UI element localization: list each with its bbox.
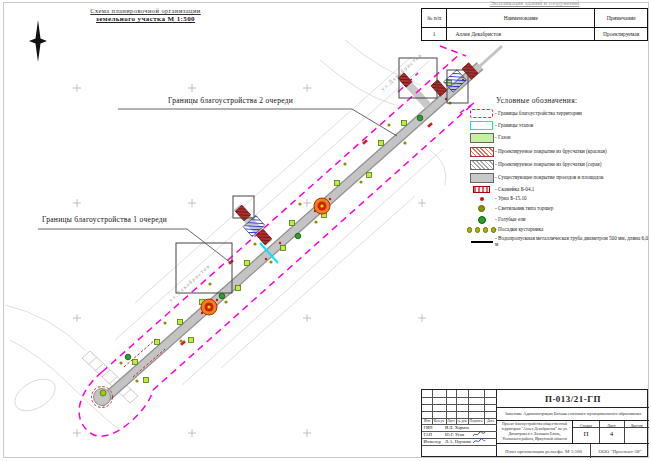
title-block-staff-section: Изм Кол.уч Лист № док Подпись Дата ГИП И…: [422, 390, 497, 456]
legend-item: - Границы этапов: [468, 121, 650, 130]
company-cell: ООО "Проспект-38": [591, 444, 649, 458]
legend-item: - Светильник типа торшер: [468, 205, 650, 212]
lamp-swatch-icon: [468, 205, 495, 212]
legend-title: Условные обозначения:: [496, 96, 650, 105]
paving-patches: [235, 63, 478, 245]
title-block-main-section: П-013/21-ГП Заказчик: Администрация Боль…: [497, 390, 649, 456]
row-name: Аллея Декабристов: [447, 28, 595, 41]
alley-road: [94, 46, 503, 406]
row-note: Проектируемая: [595, 28, 648, 41]
legend-item: - Водопропускная металлическая труба диа…: [468, 236, 650, 248]
staff-row: Инженер Л.А. Наумова: [422, 438, 497, 445]
stage2-boundary-label: Границы благоустройства 2 очереди: [168, 96, 293, 105]
document-number: П-013/21-ГП: [497, 390, 649, 408]
benches: [180, 122, 433, 346]
stage-sheet-cells: Стадия Лист Листов П 4: [573, 421, 649, 443]
red-paving-swatch-icon: [468, 147, 495, 157]
north-arrow-icon: [29, 20, 47, 62]
drawing-sheet: ул.Декабристов ул.Декабристов Схема план…: [0, 0, 651, 461]
legend-item: - Урна Б-15.10: [468, 196, 650, 202]
legend-item: - Посадки кустарника: [468, 227, 650, 233]
col-num: № п/п: [422, 9, 447, 28]
legend-item: - Существующее покрытие проездов и площа…: [468, 173, 650, 183]
drawing-name-cell: План организации рельефа. М 1:500: [497, 444, 591, 458]
boundary-swatch-icon: [468, 109, 495, 118]
col-note: Примечание: [595, 9, 648, 28]
col-name: Наименование: [447, 9, 595, 28]
explication-header-row: № п/п Наименование Примечание: [422, 9, 648, 28]
client-cell: Заказчик: Администрация Большееланского …: [497, 408, 649, 421]
staff-row: ГИП И.Л. Харина: [422, 424, 497, 431]
stage1-boundary-label: Границы благоустройства 1 очереди: [42, 215, 167, 224]
pipe-swatch-icon: [468, 241, 495, 244]
staff-row: ГАП Ю.Г. Усов: [422, 431, 497, 438]
shrub-swatch-icon: [468, 227, 495, 233]
title-block: Изм Кол.уч Лист № док Подпись Дата ГИП И…: [421, 389, 648, 457]
sheet-number: 4: [599, 430, 624, 438]
street-name-label: ул.Декабристов: [168, 263, 212, 303]
stage-swatch-icon: [468, 121, 495, 130]
flowerbed-circle-1: [201, 299, 217, 315]
explication-caption: Экспликация зданий и сооружений: [421, 0, 648, 6]
legend-item: - Проектируемое покрытие из брусчатки (с…: [468, 160, 650, 170]
legend-item: - Скамейка Б-04.1: [468, 186, 650, 193]
gray-paving-swatch-icon: [468, 160, 495, 170]
drawing-title-line2: земельного участка М 1:500: [58, 15, 233, 24]
existing-paving-swatch-icon: [468, 173, 495, 183]
legend: Условные обозначения: - Границы благоуст…: [468, 96, 650, 251]
spruce-swatch-icon: [468, 216, 495, 224]
legend-item: - Газон: [468, 133, 650, 143]
legend-item: - Границы благоустройства территории: [468, 109, 650, 118]
detail-frames: [176, 58, 468, 293]
drawing-title: Схема планировочной организации земельно…: [58, 7, 233, 24]
table-row: 1 Аллея Декабристов Проектируемая: [422, 28, 648, 41]
stage-value: П: [573, 430, 599, 438]
explication-table: № п/п Наименование Примечание 1 Аллея Де…: [421, 8, 648, 41]
legend-item: - Голубые ели: [468, 216, 650, 224]
legend-item: - Проектируемое покрытие из брусчатки (к…: [468, 147, 650, 157]
flowerbed-circle-2: [314, 198, 330, 214]
drawing-title-line1: Схема планировочной организации: [58, 7, 233, 15]
urn-swatch-icon: [468, 197, 495, 201]
lawn-swatch-icon: [468, 133, 495, 143]
bench-swatch-icon: [468, 186, 495, 193]
project-cell: Проект благоустройства общественной терр…: [497, 421, 573, 443]
row-num: 1: [422, 28, 447, 41]
